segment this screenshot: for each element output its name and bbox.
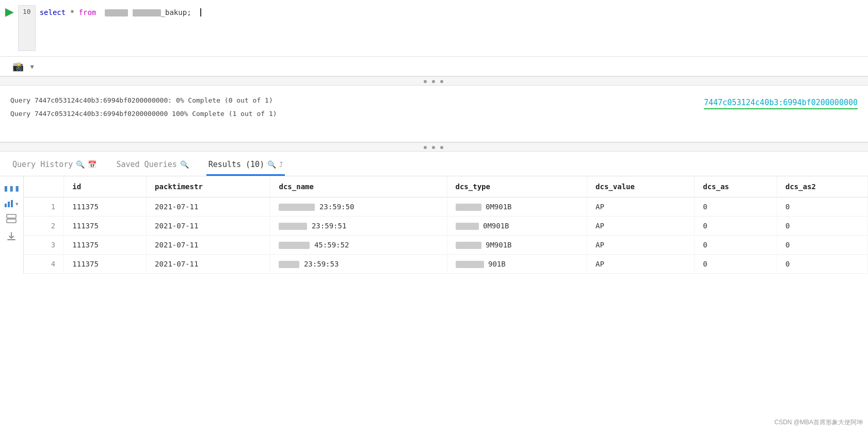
- svg-rect-3: [7, 214, 16, 218]
- tabs-row: Query History 🔍 📅 Saved Queries 🔍 Result…: [0, 152, 868, 176]
- cell-rownum-2: 2: [24, 217, 64, 236]
- cell-dcstype-1: 0M901B: [447, 197, 587, 217]
- keyword-select: select: [40, 8, 66, 16]
- cell-id-4: 111375: [64, 255, 147, 274]
- cell-dcsas-2: 0: [695, 217, 777, 236]
- cell-packtimestr-1: 2021-07-11: [147, 197, 270, 217]
- cell-dcsas2-2: 0: [777, 217, 868, 236]
- download-icon[interactable]: [7, 231, 16, 243]
- tab-query-history[interactable]: Query History 🔍 📅: [10, 155, 99, 176]
- col-header-id: id: [64, 176, 147, 197]
- col-header-dcs-name: dcs_name: [270, 176, 447, 197]
- split-icon[interactable]: [6, 214, 17, 225]
- cell-id-1: 111375: [64, 197, 147, 217]
- editor-section: ▶ 10 select * from _bakup;: [0, 0, 868, 57]
- status-line-1: Query 7447c053124c40b3:6994bf0200000000:…: [10, 94, 683, 107]
- svg-rect-4: [7, 219, 16, 223]
- cell-packtimestr-4: 2021-07-11: [147, 255, 270, 274]
- status-line-2: Query 7447c053124c40b3:6994bf0200000000 …: [10, 107, 683, 121]
- cell-dcsname-4: 23:59:53: [270, 255, 447, 274]
- table-name-blurred: _bakup;: [101, 8, 196, 16]
- cell-dcsname-2: 23:59:51: [270, 217, 447, 236]
- svg-rect-1: [8, 202, 10, 207]
- calendar-icon: 📅: [88, 160, 97, 169]
- cell-dcsas-1: 0: [695, 197, 777, 217]
- cell-dcsas2-1: 0: [777, 197, 868, 217]
- tab-query-history-label: Query History: [12, 160, 73, 169]
- search-icon-1: 🔍: [76, 160, 85, 169]
- col-header-dcs-type: dcs_type: [447, 176, 587, 197]
- cell-packtimestr-2: 2021-07-11: [147, 217, 270, 236]
- cell-rownum-4: 4: [24, 255, 64, 274]
- query-id-link[interactable]: 7447c053124c40b3:6994bf0200000000: [704, 98, 858, 109]
- cell-dcsas2-3: 0: [777, 236, 868, 255]
- cell-id-2: 111375: [64, 217, 147, 236]
- table-row: 2 111375 2021-07-11 23:59:51 0M901B AP 0…: [24, 217, 868, 236]
- table-header-row: id packtimestr dcs_name dcs_type dcs_val…: [24, 176, 868, 197]
- status-link-area: 7447c053124c40b3:6994bf0200000000: [704, 94, 858, 109]
- col-header-packtimestr: packtimestr: [147, 176, 270, 197]
- keyword-from: from: [79, 8, 97, 16]
- status-section: Query 7447c053124c40b3:6994bf0200000000:…: [0, 86, 868, 142]
- search-icon-2: 🔍: [180, 160, 189, 169]
- col-header-dcs-value: dcs_value: [587, 176, 695, 197]
- cell-dcstype-3: 9M901B: [447, 236, 587, 255]
- cell-dcsname-3: 45:59:52: [270, 236, 447, 255]
- chart-icon[interactable]: ▾: [4, 200, 19, 208]
- tab-saved-queries-label: Saved Queries: [116, 160, 176, 169]
- cell-dcsvalue-2: AP: [587, 217, 695, 236]
- sql-editor[interactable]: select * from _bakup;: [36, 5, 868, 20]
- map-toolbar: 📸 ▾: [0, 57, 868, 76]
- expand-icon: ⤴: [279, 160, 283, 169]
- tab-results-label: Results (10): [208, 160, 264, 169]
- col-header-dcs-as: dcs_as: [695, 176, 777, 197]
- results-table: id packtimestr dcs_name dcs_type dcs_val…: [24, 176, 868, 274]
- cell-rownum-1: 1: [24, 197, 64, 217]
- run-button[interactable]: ▶: [5, 6, 14, 18]
- svg-rect-0: [5, 204, 7, 207]
- left-toolbar: ▮▮▮ ▾: [0, 176, 24, 274]
- cell-dcsname-1: 23:59:50: [270, 197, 447, 217]
- col-header-rownum: [24, 176, 64, 197]
- cell-id-3: 111375: [64, 236, 147, 255]
- cell-dcsvalue-1: AP: [587, 197, 695, 217]
- col-header-dcs-as2: dcs_as2: [777, 176, 868, 197]
- status-messages: Query 7447c053124c40b3:6994bf0200000000:…: [10, 94, 683, 121]
- resize-handle-1[interactable]: ● ● ●: [0, 76, 868, 86]
- sql-star: *: [70, 8, 79, 16]
- map-icon[interactable]: 📸 ▾: [8, 59, 39, 74]
- resize-handle-2[interactable]: ● ● ●: [0, 142, 868, 152]
- svg-rect-2: [11, 200, 13, 207]
- cell-dcstype-2: 0M901B: [447, 217, 587, 236]
- text-cursor: [196, 8, 201, 16]
- table-row: 4 111375 2021-07-11 23:59:53 901B AP 0 0: [24, 255, 868, 274]
- table-section: ▮▮▮ ▾ i: [0, 176, 868, 274]
- tab-saved-queries[interactable]: Saved Queries 🔍: [114, 155, 190, 176]
- tab-results[interactable]: Results (10) 🔍 ⤴: [206, 155, 285, 176]
- cell-dcsvalue-3: AP: [587, 236, 695, 255]
- cell-packtimestr-3: 2021-07-11: [147, 236, 270, 255]
- cell-dcstype-4: 901B: [447, 255, 587, 274]
- cell-rownum-3: 3: [24, 236, 64, 255]
- table-row: 1 111375 2021-07-11 23:59:50 0M901B AP 0…: [24, 197, 868, 217]
- table-row: 3 111375 2021-07-11 45:59:52 9M901B AP 0…: [24, 236, 868, 255]
- resize-dots: ● ● ●: [424, 78, 444, 84]
- grid-icon[interactable]: ▮▮▮: [3, 182, 20, 193]
- cell-dcsvalue-4: AP: [587, 255, 695, 274]
- line-number: 10: [18, 5, 36, 51]
- cell-dcsas-4: 0: [695, 255, 777, 274]
- data-table-wrapper: id packtimestr dcs_name dcs_type dcs_val…: [24, 176, 868, 274]
- resize-dots-2: ● ● ●: [424, 144, 444, 150]
- cell-dcsas-3: 0: [695, 236, 777, 255]
- cell-dcsas2-4: 0: [777, 255, 868, 274]
- search-icon-3: 🔍: [267, 160, 276, 169]
